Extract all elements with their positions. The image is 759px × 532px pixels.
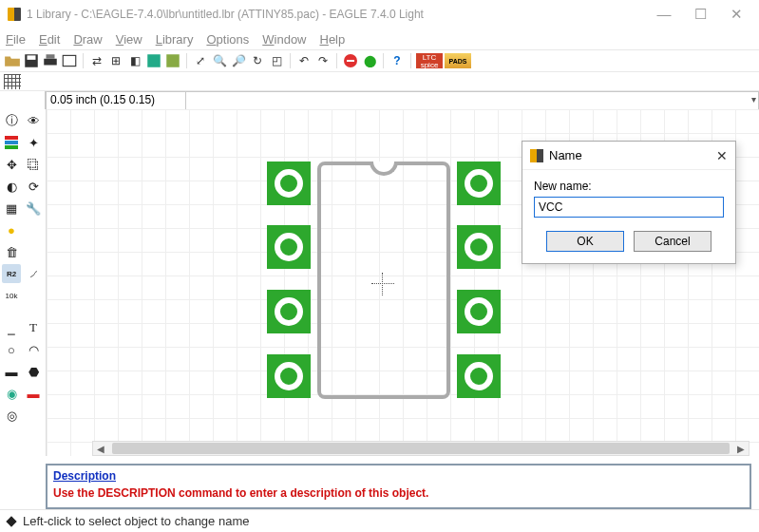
zoom-select-icon[interactable]: ◰ — [268, 52, 285, 69]
menu-edit[interactable]: Edit — [39, 32, 60, 47]
cam-icon[interactable] — [61, 52, 78, 69]
svg-rect-2 — [44, 59, 57, 66]
hole-tool-icon[interactable]: ◎ — [2, 406, 21, 425]
zoom-fit-icon[interactable]: ⤢ — [192, 52, 209, 69]
rect-tool-icon[interactable]: ▬ — [2, 362, 21, 381]
poly-tool-icon[interactable]: ⬣ — [24, 362, 43, 381]
help-icon[interactable]: ? — [389, 52, 406, 69]
description-pane[interactable]: Description Use the DESCRIPTION command … — [46, 464, 751, 509]
app-icon — [8, 8, 21, 21]
cancel-button[interactable]: Cancel — [634, 231, 712, 252]
name-input[interactable] — [534, 197, 724, 218]
grid-row — [0, 72, 759, 91]
delete-tool-icon[interactable]: 🗑 — [2, 242, 21, 261]
menu-view[interactable]: View — [116, 32, 142, 47]
add-tool-icon[interactable] — [24, 242, 43, 261]
zoom-redraw-icon[interactable]: ↻ — [249, 52, 266, 69]
via-tool-icon[interactable] — [24, 406, 43, 425]
maximize-button[interactable]: ☐ — [691, 6, 710, 23]
smd-pad[interactable] — [267, 290, 311, 333]
print-icon[interactable] — [42, 52, 59, 69]
wire-tool-icon[interactable]: ⟋ — [24, 264, 43, 283]
undo-icon[interactable]: ↶ — [295, 52, 313, 69]
left-toolbox: ⓘ👁 ✦ ✥⿻ ◐⟳ ▦🔧 ● 🗑 R2⟋ 10k ⎯T ○◠ ▬⬣ ◉▬ ◎ — [0, 109, 46, 456]
zoom-in-icon[interactable]: 🔍 — [211, 52, 228, 69]
rotate-tool-icon[interactable]: ⟳ — [24, 177, 43, 196]
change-tool-icon[interactable]: 🔧 — [24, 199, 43, 218]
line-tool-icon[interactable]: ⎯ — [2, 318, 21, 337]
arc-tool-icon[interactable]: ◠ — [24, 340, 43, 359]
dialog-label: New name: — [534, 180, 724, 193]
redo-icon[interactable]: ↷ — [314, 52, 332, 69]
menu-bar: File Edit Draw View Library Options Wind… — [0, 28, 759, 49]
dialog-close-icon[interactable]: ✕ — [716, 148, 728, 163]
smd-pad[interactable] — [457, 290, 501, 333]
menu-options[interactable]: Options — [206, 32, 249, 47]
scroll-left-icon[interactable]: ◀ — [93, 442, 108, 455]
smd-pad[interactable] — [457, 225, 501, 269]
scroll-thumb[interactable] — [112, 443, 730, 454]
smd-tool-icon[interactable]: ▬ — [24, 384, 43, 403]
smd-pad[interactable] — [267, 354, 311, 398]
grid-snap-icon[interactable]: ⊞ — [107, 52, 124, 69]
mark-tool-icon[interactable]: ✦ — [24, 133, 43, 152]
layers-tool-icon[interactable] — [2, 133, 21, 152]
circle-tool-icon[interactable]: ○ — [2, 340, 21, 359]
show-tool-icon[interactable]: 👁 — [24, 111, 43, 130]
pads-button[interactable]: PADS — [445, 53, 471, 68]
smash-tool-icon[interactable] — [24, 286, 43, 305]
board-icon[interactable] — [145, 52, 162, 69]
copy-tool-icon[interactable]: ⿻ — [24, 155, 43, 174]
move-tool-icon[interactable]: ✥ — [2, 155, 21, 174]
grid-icon[interactable] — [4, 74, 21, 89]
layer-icon[interactable]: ◧ — [126, 52, 143, 69]
main-toolbar: ⇄ ⊞ ◧ ⤢ 🔍 🔎 ↻ ◰ ↶ ↷ ⬤ ? LTC spice PADS — [0, 49, 759, 72]
svg-rect-8 — [5, 141, 18, 144]
pad-hole-icon — [465, 233, 493, 261]
group-tool-icon[interactable]: ▦ — [2, 199, 21, 218]
description-header[interactable]: Description — [53, 469, 744, 483]
menu-window[interactable]: Window — [262, 32, 306, 47]
pad-hole-icon — [465, 169, 493, 198]
smd-pad[interactable] — [267, 162, 311, 205]
save-icon[interactable] — [23, 52, 40, 69]
dropdown-icon[interactable]: ▾ — [751, 94, 756, 104]
smd-pad[interactable] — [457, 162, 501, 205]
mirror-tool-icon[interactable]: ◐ — [2, 177, 21, 196]
stop-icon[interactable] — [342, 52, 359, 69]
zoom-out-icon[interactable]: 🔎 — [230, 52, 247, 69]
ok-button[interactable]: OK — [546, 231, 624, 252]
origin-marker — [377, 278, 389, 290]
scroll-right-icon[interactable]: ▶ — [733, 442, 749, 455]
menu-help[interactable]: Help — [320, 32, 346, 47]
notch-icon — [370, 162, 398, 176]
name-tool-icon[interactable]: R2 — [2, 264, 21, 283]
pad-tool-icon[interactable]: ◉ — [2, 384, 21, 403]
switch-icon[interactable]: ⇄ — [88, 52, 105, 69]
smd-pad[interactable] — [457, 354, 501, 398]
smd-pad[interactable] — [267, 225, 311, 269]
go-icon[interactable]: ⬤ — [361, 52, 378, 69]
value-tool-icon[interactable]: 10k — [2, 286, 21, 305]
coord-readout: 0.05 inch (0.15 0.15) — [46, 91, 186, 110]
schematic-icon[interactable] — [164, 52, 181, 69]
pad-hole-icon — [275, 233, 303, 261]
menu-draw[interactable]: Draw — [73, 32, 102, 47]
status-icon — [6, 516, 16, 526]
info-tool-icon[interactable]: ⓘ — [2, 111, 21, 130]
menu-library[interactable]: Library — [156, 32, 194, 47]
h-scrollbar[interactable]: ◀ ▶ — [92, 441, 750, 456]
cut-tool-icon[interactable] — [24, 220, 43, 239]
close-button[interactable]: ✕ — [727, 6, 746, 23]
text-tool-icon[interactable]: T — [24, 318, 43, 337]
ltspice-button[interactable]: LTC spice — [416, 53, 443, 68]
dialog-titlebar[interactable]: Name ✕ — [522, 142, 735, 170]
minimize-button[interactable]: — — [655, 6, 674, 23]
paste-tool-icon[interactable]: ● — [2, 220, 21, 239]
open-icon[interactable] — [4, 52, 21, 69]
command-input[interactable]: ▾ — [186, 91, 759, 110]
pad-hole-icon — [275, 169, 303, 198]
window-title: 1 Library - C:\EAGLE-7.4.0\lbr\untitled.… — [27, 8, 655, 21]
menu-file[interactable]: File — [6, 32, 26, 47]
svg-rect-5 — [147, 54, 161, 67]
